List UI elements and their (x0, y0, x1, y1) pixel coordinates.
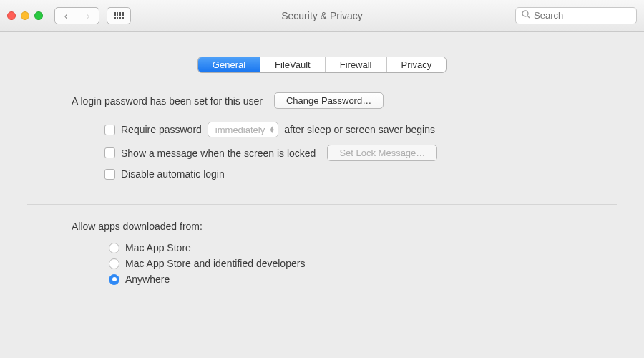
tab-filevault[interactable]: FileVault (260, 57, 325, 72)
close-window-button[interactable] (7, 11, 16, 20)
minimize-window-button[interactable] (21, 11, 29, 20)
tab-bar: General FileVault Firewall Privacy (0, 57, 644, 72)
login-password-label: A login password has been set for this u… (72, 95, 263, 107)
allow-anywhere-radio[interactable] (109, 274, 119, 285)
allow-apps-radiogroup: Mac App Store Mac App Store and identifi… (109, 242, 644, 285)
search-icon (522, 10, 530, 21)
show-all-button[interactable] (107, 7, 131, 24)
grid-icon (114, 12, 124, 19)
show-message-label: Show a message when the screen is locked (121, 147, 316, 159)
show-message-checkbox[interactable] (104, 147, 115, 158)
chevron-right-icon: › (87, 10, 90, 21)
require-password-checkbox[interactable] (104, 125, 115, 135)
divider (27, 204, 617, 205)
tab-general[interactable]: General (198, 57, 260, 72)
window-title: Security & Privacy (281, 10, 363, 21)
allow-apps-label: Allow apps downloaded from: (72, 221, 644, 232)
zoom-window-button[interactable] (34, 11, 43, 20)
back-button[interactable]: ‹ (54, 7, 77, 24)
require-password-delay-select[interactable]: immediately ▲▼ (208, 122, 278, 137)
svg-point-0 (522, 11, 528, 16)
allow-option-label: Anywhere (125, 274, 170, 285)
require-password-delay-value: immediately (215, 125, 265, 135)
window-controls (7, 11, 43, 20)
general-pane: A login password has been set for this u… (0, 72, 644, 180)
allow-option-label: Mac App Store and identified developers (125, 258, 305, 269)
svg-line-1 (527, 16, 530, 18)
require-password-suffix: after sleep or screen saver begins (284, 124, 435, 135)
change-password-button[interactable]: Change Password… (274, 92, 384, 109)
content-pane: General FileVault Firewall Privacy A log… (0, 57, 644, 285)
tab-privacy[interactable]: Privacy (386, 57, 447, 72)
forward-button[interactable]: › (77, 7, 99, 24)
allow-mac-app-store-radio[interactable] (109, 243, 119, 253)
chevron-left-icon: ‹ (64, 10, 68, 21)
disable-auto-login-checkbox[interactable] (104, 169, 115, 180)
allow-identified-developers-radio[interactable] (109, 258, 119, 269)
disable-auto-login-label: Disable automatic login (121, 168, 225, 180)
titlebar: ‹ › Security & Privacy (0, 0, 644, 32)
nav-buttons: ‹ › (54, 7, 99, 24)
search-field[interactable] (515, 7, 637, 24)
allow-option-label: Mac App Store (125, 242, 191, 253)
updown-icon: ▲▼ (269, 126, 275, 133)
search-input[interactable] (534, 10, 630, 21)
tab-firewall[interactable]: Firewall (325, 57, 386, 72)
set-lock-message-button[interactable]: Set Lock Message… (327, 145, 437, 161)
require-password-label: Require password (121, 124, 202, 135)
